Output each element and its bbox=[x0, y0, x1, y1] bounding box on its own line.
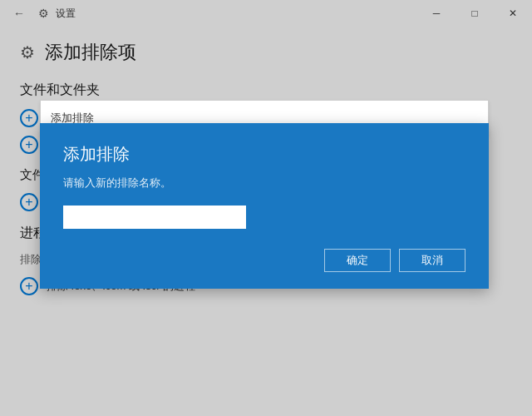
confirm-button[interactable]: 确定 bbox=[324, 249, 391, 272]
dialog-description: 请输入新的排除名称。 bbox=[63, 176, 466, 191]
exclusion-name-input[interactable] bbox=[63, 206, 246, 229]
dialog-buttons: 确定 取消 bbox=[63, 249, 466, 272]
cancel-button[interactable]: 取消 bbox=[399, 249, 466, 272]
add-exclusion-dialog: 添加排除 请输入新的排除名称。 确定 取消 bbox=[40, 123, 489, 289]
dialog-title: 添加排除 bbox=[63, 143, 466, 166]
